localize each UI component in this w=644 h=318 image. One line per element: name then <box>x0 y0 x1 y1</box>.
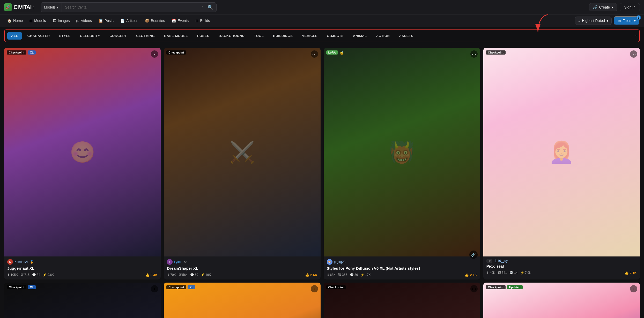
cat-assets[interactable]: ASSETS <box>395 32 417 40</box>
nav-events[interactable]: 📅 Events <box>168 17 192 25</box>
cat-animal[interactable]: ANIMAL <box>349 32 371 40</box>
link-icon: 🔗 <box>593 5 597 9</box>
cat-character[interactable]: CHARACTER <box>24 32 54 40</box>
sort-label: Highest Rated <box>582 19 605 23</box>
card-menu-button[interactable]: ⋯ <box>470 50 478 58</box>
model-card[interactable]: 👩‍🦰 Checkpoint ⋯ FP fp16_guy PicX_real ⬇… <box>483 48 640 279</box>
card-badges: Checkpoint XL <box>166 285 195 289</box>
cat-base-model[interactable]: BASE MODEL <box>160 32 192 40</box>
avatar: K <box>7 259 13 265</box>
nav-bounties[interactable]: 📦 Bounties <box>142 17 168 25</box>
card-menu-button[interactable]: ⋯ <box>470 285 478 292</box>
model-grid: 😊 Checkpoint XL ⋯ K KandooAI 🏅 Juggernau… <box>4 48 640 318</box>
download-icon: ⬇ <box>7 273 10 277</box>
card-image: 😊 <box>4 48 161 256</box>
card-title: DreamShaper XL <box>167 266 317 271</box>
nav-builds[interactable]: ⊟ Builds <box>192 17 213 25</box>
card-image: ⚔️ <box>164 48 320 256</box>
card-stats: ⬇ 40K 🖼 541 💬 14 ⚡ 7.9K 👍 2.1K <box>486 271 637 275</box>
sort-button[interactable]: ≡ Highest Rated ▾ <box>575 17 612 25</box>
card-menu-button[interactable]: ⋯ <box>151 285 158 292</box>
nav-home[interactable]: 🏠 Home <box>4 17 26 25</box>
nav-posts[interactable]: 📋 Posts <box>95 17 117 25</box>
create-button[interactable]: 🔗 Create ▾ <box>589 3 617 11</box>
comment-icon: 💬 <box>32 273 36 277</box>
nav-images[interactable]: 🖼 Images <box>50 17 73 25</box>
logo-icon: 🚀 <box>4 3 12 11</box>
bolt-stat: ⚡ 19K <box>201 273 211 277</box>
like-icon: 👍 <box>305 273 309 277</box>
model-card[interactable]: 🌸 Checkpoint ⋯ 🔗 U user7 Blonde Fantasy … <box>324 283 480 318</box>
comment-icon: 💬 <box>190 273 194 277</box>
downloads-stat: ⬇ 68K <box>327 273 336 277</box>
cat-objects[interactable]: OBJECTS <box>323 32 347 40</box>
card-stats: ⬇ 105K 🖼 715 💬 84 ⚡ 9.6K 👍 3.4K <box>7 273 158 277</box>
categories-arrow[interactable]: › <box>635 33 637 39</box>
search-type-button[interactable]: Models ▾ <box>41 3 62 12</box>
like-icon: 👍 <box>625 271 629 275</box>
updated-badge: Updated <box>507 285 523 289</box>
model-card[interactable]: 🎨 Checkpoint Updated ⋯ 🔗 U user8 RealCar… <box>483 283 640 318</box>
card-menu-button[interactable]: ⋯ <box>311 50 318 58</box>
type-badge: Checkpoint <box>486 50 506 55</box>
card-stats: ⬇ 70K 🖼 564 💬 69 ⚡ 19K 👍 2.6K <box>167 273 317 277</box>
card-link-button[interactable]: 🔗 <box>469 251 478 259</box>
like-count: 👍 2.6K <box>305 273 317 277</box>
sign-in-label: Sign In <box>624 5 635 9</box>
like-count: 👍 2.1K <box>625 271 637 275</box>
comments-stat: 💬 36 <box>350 273 358 277</box>
model-card[interactable]: 🌻 Checkpoint XL ⋯ 🔗 U user6 Sunflower Re… <box>164 283 320 318</box>
cat-concept[interactable]: CONCEPT <box>106 32 131 40</box>
cat-clothing[interactable]: CLOTHING <box>132 32 159 40</box>
cat-style[interactable]: STYLE <box>55 32 75 40</box>
size-badge: XL <box>28 50 36 55</box>
card-image: 👹 <box>324 48 480 256</box>
model-card[interactable]: 🌑 Checkpoint XL ⋯ U user5 Dark Portrait … <box>4 283 161 318</box>
card-menu-button[interactable]: ⋯ <box>311 285 318 292</box>
cat-poses[interactable]: POSES <box>193 32 213 40</box>
bounties-icon: 📦 <box>145 19 149 23</box>
images-stat: 🖼 715 <box>20 273 29 277</box>
model-card[interactable]: 😊 Checkpoint XL ⋯ K KandooAI 🏅 Juggernau… <box>4 48 161 279</box>
card-menu-button[interactable]: ⋯ <box>630 50 637 58</box>
size-badge: XL <box>188 285 195 289</box>
type-badge: Checkpoint <box>326 285 346 289</box>
cat-celebrity[interactable]: CELEBRITY <box>76 32 104 40</box>
nav-videos[interactable]: ▷ Videos <box>73 17 95 25</box>
card-menu-button[interactable]: ⋯ <box>630 285 637 292</box>
downloads-stat: ⬇ 40K <box>486 271 495 275</box>
cat-all[interactable]: ALL <box>7 32 22 40</box>
images-icon: 🖼 <box>53 19 56 23</box>
lock-icon: 🔒 <box>339 50 344 55</box>
create-label: Create <box>599 5 610 9</box>
cat-tool[interactable]: TOOL <box>250 32 268 40</box>
search-icon: 🔍 <box>208 4 213 10</box>
cat-action[interactable]: ACTION <box>372 32 394 40</box>
main-content: 😊 Checkpoint XL ⋯ K KandooAI 🏅 Juggernau… <box>0 45 644 318</box>
builds-icon: ⊟ <box>195 19 198 23</box>
sign-in-button[interactable]: Sign In <box>620 3 640 11</box>
model-card[interactable]: ⚔️ Checkpoint ⋯ L Lykon ⚙ DreamShaper XL… <box>164 48 320 279</box>
card-badges: Checkpoint <box>486 50 506 55</box>
avatar: L <box>167 259 173 265</box>
like-icon: 👍 <box>145 273 150 277</box>
images-stat: 🖼 541 <box>498 271 507 275</box>
nav-models[interactable]: ⊞ Models <box>26 17 49 25</box>
bolt-stat: ⚡ 17K <box>360 273 371 277</box>
search-type-label: Models <box>44 5 56 9</box>
bolt-icon: ⚡ <box>360 273 364 277</box>
author-name: Lykon <box>174 260 182 264</box>
filter-button[interactable]: ⊞ Filters ▾ 1 <box>614 16 640 25</box>
model-card[interactable]: 👹 LoRA 🔒 ⋯ 🔗 🎨 prgfrg23 Styles for Pony … <box>324 48 480 279</box>
search-button[interactable]: 🔍 <box>204 4 216 10</box>
nav-articles[interactable]: 📄 Articles <box>117 17 141 25</box>
logo[interactable]: 🚀 CIVITAI › <box>4 3 34 11</box>
cat-background[interactable]: BACKGROUND <box>215 32 248 40</box>
cat-buildings[interactable]: BUILDINGS <box>269 32 297 40</box>
images-icon: 🖼 <box>338 273 341 277</box>
cat-vehicle[interactable]: VEHICLE <box>298 32 321 40</box>
card-badges: Checkpoint XL <box>7 285 36 289</box>
chevron-down-icon: ▾ <box>606 19 608 23</box>
card-author: K KandooAI 🏅 <box>7 259 158 265</box>
search-input[interactable] <box>62 5 200 9</box>
